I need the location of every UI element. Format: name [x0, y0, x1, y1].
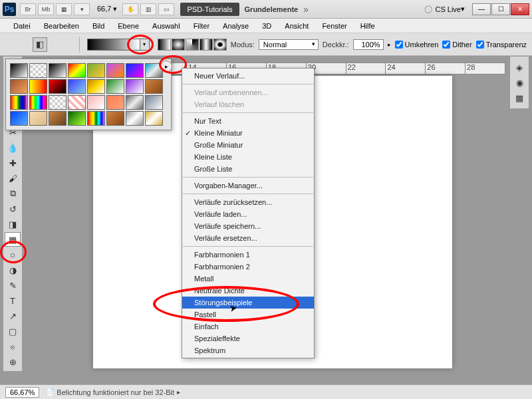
gradient-swatch[interactable] — [29, 95, 47, 110]
maximize-button[interactable]: ☐ — [491, 3, 510, 15]
menu-item[interactable]: Verläufe zurücksetzen... — [182, 196, 314, 208]
gradient-swatch[interactable] — [10, 95, 28, 110]
gradient-swatch[interactable] — [49, 95, 66, 110]
gradient-swatch[interactable] — [106, 95, 124, 110]
linear-gradient-button[interactable] — [158, 39, 171, 51]
color-panel-icon[interactable]: ◉ — [511, 75, 527, 90]
gradient-swatch[interactable] — [87, 95, 105, 110]
document-tab[interactable]: PSD-Tutorials — [180, 3, 239, 16]
gradient-swatch[interactable] — [87, 63, 105, 78]
radial-gradient-button[interactable] — [172, 39, 185, 51]
gradient-swatch[interactable] — [145, 95, 163, 110]
hand-button[interactable]: ✋ — [122, 3, 138, 15]
menu-ansicht[interactable]: Ansicht — [278, 20, 315, 32]
3d-camera-tool[interactable]: ⊕ — [5, 354, 21, 369]
stamp-tool[interactable]: ⧉ — [5, 186, 21, 201]
menu-3d[interactable]: 3D — [255, 20, 278, 32]
menu-item[interactable]: Farbharmonien 1 — [182, 249, 314, 261]
reflected-gradient-button[interactable] — [200, 39, 213, 51]
menu-item[interactable]: Nur Text — [182, 115, 314, 127]
menu-item[interactable]: Verläufe laden... — [182, 208, 314, 220]
3d-tool[interactable]: ⟐ — [5, 339, 21, 354]
gradient-swatch[interactable] — [49, 79, 66, 94]
type-tool[interactable]: T — [5, 293, 21, 308]
gradient-swatch[interactable] — [126, 63, 144, 78]
minimize-button[interactable]: — — [472, 3, 491, 15]
gradient-swatch[interactable] — [106, 79, 124, 94]
menu-item[interactable]: Pastell — [182, 309, 314, 321]
menu-hilfe[interactable]: Hilfe — [354, 20, 382, 32]
view-extras-button[interactable]: ▦ — [56, 3, 72, 15]
gradient-swatch[interactable] — [126, 79, 144, 94]
menu-item[interactable]: Farbharmonien 2 — [182, 261, 314, 273]
gradient-swatch[interactable] — [29, 79, 47, 94]
gradient-swatch[interactable] — [29, 111, 47, 126]
gradient-swatch[interactable] — [87, 111, 105, 126]
menu-item[interactable]: Kleine Liste — [182, 151, 314, 163]
screen-mode-button[interactable]: ▭ — [158, 3, 174, 15]
path-tool[interactable]: ↗ — [5, 309, 21, 323]
gradient-preview[interactable] — [87, 39, 140, 51]
transparency-checkbox[interactable]: Transparenz — [476, 41, 527, 49]
workspace-label[interactable]: Grundelemente — [245, 5, 299, 13]
swatches-panel-icon[interactable]: ◈ — [511, 60, 527, 74]
dodge-tool[interactable]: ◑ — [5, 263, 21, 277]
menu-filter[interactable]: Filter — [187, 20, 216, 32]
gradient-swatch[interactable] — [126, 95, 144, 110]
brush-tool[interactable]: 🖌 — [5, 171, 21, 186]
gradient-swatch[interactable] — [68, 111, 86, 126]
angle-gradient-button[interactable] — [186, 39, 199, 51]
bridge-button[interactable]: Br — [20, 3, 36, 15]
menu-item[interactable]: Spektrum — [182, 344, 314, 356]
menu-item[interactable]: Vorgaben-Manager... — [182, 180, 314, 192]
view-extras-dd[interactable]: ▾ — [74, 3, 90, 15]
menu-item[interactable]: Störungsbeispiele — [182, 297, 314, 309]
gradient-dropdown-button[interactable]: ▾ — [140, 39, 150, 51]
reverse-checkbox[interactable]: Umkehren — [395, 41, 439, 49]
gradient-picker-flyout-button[interactable]: ▸ — [160, 61, 172, 72]
gradient-swatch[interactable] — [106, 63, 124, 78]
gradient-swatch[interactable] — [87, 79, 105, 94]
menu-bild[interactable]: Bild — [86, 20, 111, 32]
menu-fenster[interactable]: Fenster — [315, 20, 353, 32]
opacity-input[interactable]: 100% — [353, 39, 384, 50]
minibridge-button[interactable]: Mb — [38, 3, 54, 15]
menu-item[interactable]: Neuer Verlauf... — [182, 70, 314, 82]
gradient-swatch[interactable] — [10, 63, 28, 78]
menu-bearbeiten[interactable]: Bearbeiten — [37, 20, 86, 32]
workspace-more-icon[interactable]: » — [303, 4, 309, 15]
gradient-swatch[interactable] — [68, 63, 86, 78]
menu-item[interactable]: Metall — [182, 273, 314, 285]
gradient-swatch[interactable] — [145, 79, 163, 94]
status-zoom-input[interactable]: 66,67% — [5, 387, 39, 398]
tool-preset-button[interactable]: ◧ — [33, 37, 47, 52]
shape-tool[interactable]: ▢ — [5, 324, 21, 338]
history-brush-tool[interactable]: ↺ — [5, 201, 21, 216]
gradient-swatch[interactable] — [145, 111, 163, 126]
gradient-swatch[interactable] — [10, 111, 28, 126]
menu-item[interactable]: Spezialeffekte — [182, 332, 314, 344]
menu-ebene[interactable]: Ebene — [111, 20, 146, 32]
gradient-swatch[interactable] — [68, 95, 86, 110]
gradient-swatch[interactable] — [29, 63, 47, 78]
gradient-swatch[interactable] — [49, 63, 66, 78]
menu-analyse[interactable]: Analyse — [216, 20, 255, 32]
menu-datei[interactable]: Datei — [7, 20, 37, 32]
gradient-swatch[interactable] — [49, 111, 66, 126]
diamond-gradient-button[interactable] — [213, 39, 227, 51]
menu-item[interactable]: Neutrale Dichte — [182, 285, 314, 297]
heal-tool[interactable]: ✚ — [5, 156, 21, 170]
pen-tool[interactable]: ✎ — [5, 278, 21, 293]
gradient-swatch[interactable] — [68, 79, 86, 94]
gradient-swatch[interactable] — [106, 111, 124, 126]
eyedropper-tool[interactable]: 💧 — [5, 140, 21, 155]
blend-mode-select[interactable]: Normal — [259, 39, 319, 50]
gradient-swatch[interactable] — [10, 79, 28, 94]
menu-item[interactable]: Verläufe speichern... — [182, 220, 314, 232]
dither-checkbox[interactable]: Dither — [442, 41, 471, 49]
menu-item[interactable]: Kleine Miniatur — [182, 127, 314, 139]
close-button[interactable]: ✕ — [511, 3, 529, 15]
arrange-button[interactable]: ▥ — [140, 3, 156, 15]
gradient-tool[interactable]: ▦ — [5, 232, 21, 247]
menu-item[interactable]: Große Miniatur — [182, 139, 314, 151]
